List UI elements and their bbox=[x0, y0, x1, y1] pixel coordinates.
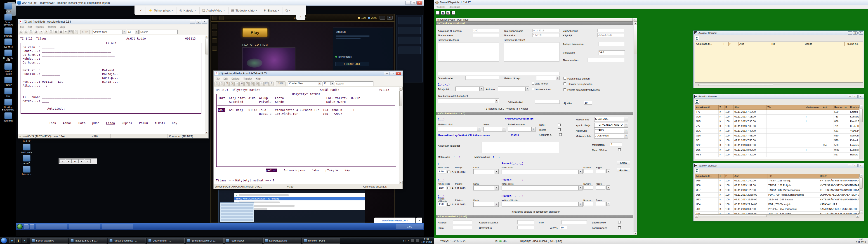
table-row[interactable]: O05K10009.11.2013 7:15:00I733Kantakaupu bbox=[695, 115, 859, 119]
telnet-titlebar[interactable]: ϟ (0) taxi (modified) - AbsoluteTelnet 9… bbox=[18, 19, 209, 24]
font-size-select[interactable]: 12 bbox=[127, 30, 138, 34]
taxi-company-select[interactable] bbox=[456, 87, 484, 91]
game-nav-icon[interactable] bbox=[212, 24, 217, 29]
car-type-select[interactable]: T TAKSI bbox=[594, 128, 628, 133]
watermark-chevron-icon[interactable]: ▲ bbox=[416, 218, 422, 223]
toolbar-icon[interactable]: RTL bbox=[68, 30, 73, 34]
column-header[interactable]: Tila bbox=[770, 42, 804, 46]
scroll-thumb[interactable] bbox=[205, 39, 208, 55]
column-header[interactable]: Asiakkaan til... bbox=[695, 174, 719, 178]
terminal-screen[interactable]: TI 1(1) -Tilaus AsHäl Radio 091113 Tilau… bbox=[18, 35, 209, 134]
close-session-button[interactable]: ✕ bbox=[137, 7, 145, 14]
dispatch-center-field[interactable] bbox=[597, 29, 624, 32]
minimize-button[interactable]: — bbox=[848, 164, 852, 167]
sftp-button[interactable]: SFTP bbox=[276, 81, 285, 86]
pickup-stair-field[interactable] bbox=[596, 169, 605, 173]
passenger-count-field[interactable]: 1 bbox=[610, 143, 622, 146]
table-row[interactable]: U38K10009.11.2013 1:40:00TAKSA , 211 Itä… bbox=[695, 179, 859, 183]
vertical-scrollbar[interactable]: ▲ bbox=[859, 105, 863, 159]
desktop-icon[interactable]: 400 MP3 bbox=[1, 38, 16, 48]
remote-task-button[interactable] bbox=[69, 224, 100, 229]
queue-checkbox[interactable] bbox=[532, 82, 534, 85]
vertical-scrollbar[interactable]: ▲ ▼ bbox=[859, 174, 863, 214]
toolbar-icon[interactable]: ❒ bbox=[224, 82, 229, 86]
home-municipality-checkbox[interactable] bbox=[559, 133, 562, 136]
minimize-button[interactable]: — bbox=[848, 95, 852, 98]
wide-input-field[interactable] bbox=[438, 72, 559, 75]
column-header[interactable]: Auto bbox=[822, 105, 833, 110]
column-header[interactable]: Tila bbox=[767, 174, 819, 178]
toolbar-item-monitor[interactable]: ⧉▾ bbox=[283, 7, 293, 14]
close-button[interactable]: ✕ bbox=[417, 1, 423, 5]
deductible-field[interactable] bbox=[518, 226, 534, 229]
filter-hourglass-icon[interactable] bbox=[695, 169, 699, 173]
menu-item[interactable]: Help bbox=[58, 26, 67, 28]
expand-button[interactable]: > bbox=[607, 202, 610, 206]
toolbar-item-actions[interactable]: ⚡Toimenpiteet▾ bbox=[146, 7, 176, 14]
to-billing-checkbox[interactable] bbox=[618, 226, 621, 229]
scroll-down-icon[interactable]: ▼ bbox=[634, 232, 637, 235]
toolbar-icon[interactable]: ▣ bbox=[34, 30, 38, 34]
scroll-thumb[interactable] bbox=[699, 84, 773, 86]
customer-order-number-field[interactable]: U40 bbox=[473, 29, 499, 32]
table-row[interactable]: O26K10009.11.2013 7:40:00631Yläne/Pö bbox=[695, 129, 859, 133]
table-row[interactable]: U35K10008.11.2013 22:58:00PDA , 729 Tolp… bbox=[695, 193, 859, 197]
notes-to-center-textarea[interactable] bbox=[504, 42, 559, 62]
maximize-button[interactable]: ▢ bbox=[853, 164, 858, 167]
toolbar-icon[interactable]: ? bbox=[269, 82, 274, 86]
menu-item[interactable]: File bbox=[18, 26, 26, 28]
toolbar-item-view[interactable]: ◎Katsele▾ bbox=[177, 7, 198, 14]
toolbar-icon[interactable]: ? bbox=[73, 30, 78, 34]
endpoint-address-select[interactable] bbox=[502, 202, 583, 207]
toolbar-item-file-transfer[interactable]: ▤Tiedostonsiirto▾ bbox=[228, 7, 260, 14]
column-header[interactable]: Vaatimukset bbox=[805, 105, 822, 110]
panel-titlebar[interactable]: N Avoimet tilaukset —▢✕ bbox=[693, 31, 864, 35]
list-item[interactable]: ✓ bbox=[235, 193, 365, 197]
table-row[interactable]: U33K10008.11.2013 22:55:0023:24:02 , 247… bbox=[695, 197, 859, 202]
force-auto-dispatch-checkbox[interactable] bbox=[563, 88, 566, 91]
update-order-checkbox[interactable] bbox=[563, 77, 566, 80]
toolbar-icon[interactable]: ❒ bbox=[29, 30, 33, 34]
scrollbar[interactable]: ▲ ▼ bbox=[399, 87, 403, 185]
endpoint-municipality-select[interactable] bbox=[473, 202, 499, 207]
remote-start-button[interactable] bbox=[17, 224, 23, 229]
toolbar-icon[interactable]: ● bbox=[39, 30, 43, 34]
horizontal-scrollbar[interactable] bbox=[695, 83, 863, 86]
minimize-button[interactable]: — bbox=[848, 31, 852, 35]
toolbar-icon[interactable]: ✖ bbox=[239, 82, 244, 86]
table-row[interactable]: O31K10009.11.2013 7:55:00590Kalanti bbox=[695, 138, 859, 143]
menu-item[interactable]: Edit bbox=[221, 77, 229, 80]
filter-hourglass-icon[interactable] bbox=[695, 100, 699, 104]
pickup-address-select[interactable] bbox=[502, 169, 583, 174]
scroll-thumb[interactable] bbox=[860, 177, 863, 189]
scroll-up-icon[interactable]: ▲ bbox=[205, 35, 209, 38]
column-header[interactable]: P bbox=[724, 174, 734, 178]
dispatched-orders-icon[interactable]: ▪ bbox=[452, 11, 455, 15]
menu-item[interactable]: Edit bbox=[26, 26, 33, 28]
toolbar-icon[interactable]: ● bbox=[235, 82, 239, 86]
menu-item[interactable]: Transfer bbox=[45, 26, 58, 28]
volume-icon[interactable] bbox=[416, 239, 419, 242]
drive-time-field[interactable]: 10 bbox=[584, 101, 592, 104]
close-button[interactable]: ✕ bbox=[859, 95, 863, 98]
menu-item[interactable]: Options bbox=[33, 26, 45, 28]
trip-row[interactable]: NM70 AsH-kirj. 01:43 Tsuo Vienolantie 4 … bbox=[217, 108, 396, 112]
maximize-button[interactable]: ▢ bbox=[390, 72, 395, 75]
scroll-thumb[interactable] bbox=[634, 25, 637, 54]
column-header[interactable]: Aika bbox=[739, 42, 770, 46]
destination-stair-field[interactable] bbox=[596, 185, 605, 189]
media-player-icon[interactable]: ▸ bbox=[22, 238, 27, 243]
endpoint-time-field[interactable]: 1:20 bbox=[438, 202, 446, 206]
section-header-billing[interactable]: >>Laskutustiedot (ctrl+3) bbox=[436, 215, 633, 218]
scroll-up-icon[interactable]: ▲ bbox=[860, 174, 863, 177]
toolbar-icon[interactable]: ▢ bbox=[24, 30, 28, 34]
prebooked-orders-icon[interactable]: W bbox=[446, 11, 450, 15]
form-titlebar[interactable]: Tilauksen syöttö - Uusi tilaus ✕ bbox=[436, 18, 637, 22]
column-header[interactable]: T bbox=[719, 105, 724, 110]
menu-item[interactable]: Transfer bbox=[241, 77, 254, 80]
column-header[interactable]: Osoite bbox=[819, 174, 860, 178]
menu-item[interactable]: Options bbox=[229, 77, 241, 80]
car-count-field[interactable] bbox=[598, 42, 625, 46]
toolbar-icon[interactable]: ❐ bbox=[49, 30, 53, 34]
desktop-icon[interactable]: enna_copy bbox=[20, 144, 34, 153]
